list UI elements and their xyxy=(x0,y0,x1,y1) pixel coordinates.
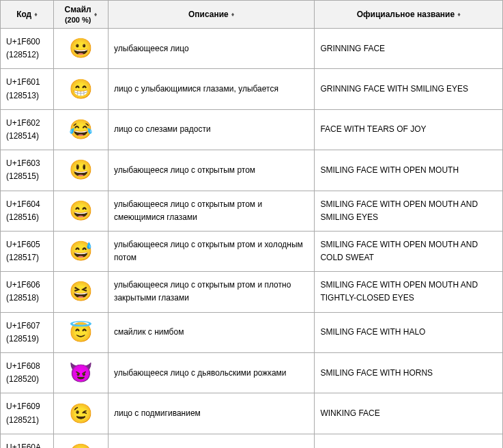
emoji-cell: 😃 xyxy=(53,150,108,191)
emoji-cell: 😄 xyxy=(53,191,108,231)
code-decimal: (128517) xyxy=(6,253,39,262)
code-hex: U+1F606 xyxy=(6,280,40,290)
emoji-cell: 😊 xyxy=(53,434,108,448)
header-description-label: Описание xyxy=(188,10,229,19)
code-cell: U+1F605(128517) xyxy=(1,231,54,271)
table-row: U+1F609(128521)😉лицо с подмигиваниемWINK… xyxy=(1,393,503,434)
code-decimal: (128519) xyxy=(6,334,39,344)
code-hex: U+1F600 xyxy=(6,37,40,46)
code-decimal: (128512) xyxy=(6,50,39,59)
official-cell: SMILING FACE WITH OPEN MOUTH xyxy=(315,150,503,191)
header-row: Код ♦ Смайл (200 %) ♦ Описание ♦ xyxy=(1,1,503,29)
description-cell: улыбающееся лицо с открытым ртом и плотн… xyxy=(108,272,314,312)
emoji-cell: 😀 xyxy=(53,29,108,69)
official-cell: SMILING FACE WITH HALO xyxy=(315,312,503,352)
code-cell: U+1F609(128521) xyxy=(1,393,54,434)
code-decimal: (128515) xyxy=(6,171,39,181)
code-hex: U+1F603 xyxy=(6,158,40,168)
header-emoji-label: Смайл xyxy=(65,5,91,14)
table-row: U+1F607(128519)😇смайлик с нимбомSMILING … xyxy=(1,312,503,352)
header-emoji[interactable]: Смайл (200 %) ♦ xyxy=(53,1,108,29)
code-cell: U+1F608(128520) xyxy=(1,353,54,393)
official-cell: GRINNING FACE WITH SMILING EYES xyxy=(315,69,503,109)
code-hex: U+1F609 xyxy=(6,402,40,411)
emoji-table: Код ♦ Смайл (200 %) ♦ Описание ♦ xyxy=(0,0,503,448)
code-hex: U+1F60A xyxy=(6,443,41,448)
table-row: U+1F603(128515)😃улыбающееся лицо с откры… xyxy=(1,150,503,191)
code-cell: U+1F607(128519) xyxy=(1,312,54,352)
header-code[interactable]: Код ♦ xyxy=(1,1,54,29)
code-decimal: (128520) xyxy=(6,374,39,384)
code-cell: U+1F60A(128522) xyxy=(1,434,54,448)
code-cell: U+1F600(128512) xyxy=(1,29,54,69)
code-cell: U+1F604(128516) xyxy=(1,191,54,231)
code-hex: U+1F608 xyxy=(6,361,40,371)
description-cell: лицо с подмигиванием xyxy=(108,393,314,434)
emoji-cell: 😂 xyxy=(53,109,108,150)
table-row: U+1F606(128518)😆улыбающееся лицо с откры… xyxy=(1,272,503,312)
header-official-label: Официальное название xyxy=(357,10,455,19)
emoji-cell: 😅 xyxy=(53,231,108,271)
code-decimal: (128513) xyxy=(6,91,39,100)
official-cell: WINKING FACE xyxy=(315,393,503,434)
sort-icon: ♦ xyxy=(94,12,98,18)
code-hex: U+1F601 xyxy=(6,77,40,87)
sort-icon: ♦ xyxy=(231,12,235,18)
official-cell: GRINNING FACE xyxy=(315,29,503,69)
description-cell: улыбающееся лицо с улыбающимися глазами xyxy=(108,434,314,448)
official-cell: SMILING FACE WITH OPEN MOUTH AND COLD SW… xyxy=(315,231,503,271)
code-decimal: (128518) xyxy=(6,293,39,303)
code-hex: U+1F605 xyxy=(6,240,40,249)
table-row: U+1F60A(128522)😊улыбающееся лицо с улыба… xyxy=(1,434,503,448)
header-emoji-sub: (200 %) xyxy=(65,16,91,24)
code-decimal: (128516) xyxy=(6,212,39,222)
code-hex: U+1F607 xyxy=(6,321,40,331)
official-cell: SMILING FACE WITH OPEN MOUTH AND TIGHTLY… xyxy=(315,272,503,312)
header-code-label: Код xyxy=(16,10,31,19)
table-row: U+1F605(128517)😅улыбающееся лицо с откры… xyxy=(1,231,503,271)
description-cell: смайлик с нимбом xyxy=(108,312,314,352)
table-row: U+1F602(128514)😂лицо со слезами радостиF… xyxy=(1,109,503,150)
header-official[interactable]: Официальное название ♦ xyxy=(315,1,503,29)
description-cell: лицо с улыбающимися глазами, улыбается xyxy=(108,69,314,109)
code-cell: U+1F603(128515) xyxy=(1,150,54,191)
code-hex: U+1F604 xyxy=(6,199,40,209)
code-cell: U+1F601(128513) xyxy=(1,69,54,109)
table-row: U+1F608(128520)😈улыбающееся лицо с дьяво… xyxy=(1,353,503,393)
emoji-cell: 😆 xyxy=(53,272,108,312)
table-row: U+1F600(128512)😀улыбающееся лицоGRINNING… xyxy=(1,29,503,69)
description-cell: улыбающееся лицо xyxy=(108,29,314,69)
emoji-cell: 😁 xyxy=(53,69,108,109)
official-cell: FACE WITH TEARS OF JOY xyxy=(315,109,503,150)
description-cell: улыбающееся лицо с открытым ртом и смеющ… xyxy=(108,191,314,231)
description-cell: улыбающееся лицо с открытым ртом и холод… xyxy=(108,231,314,271)
official-cell: SMILING FACE WITH OPEN MOUTH AND SMILING… xyxy=(315,191,503,231)
code-decimal: (128521) xyxy=(6,415,39,425)
description-cell: лицо со слезами радости xyxy=(108,109,314,150)
code-cell: U+1F606(128518) xyxy=(1,272,54,312)
sort-icon: ♦ xyxy=(457,12,461,18)
code-decimal: (128514) xyxy=(6,131,39,141)
emoji-cell: 😈 xyxy=(53,353,108,393)
table-row: U+1F604(128516)😄улыбающееся лицо с откры… xyxy=(1,191,503,231)
sort-icon: ♦ xyxy=(34,12,38,18)
emoji-cell: 😇 xyxy=(53,312,108,352)
table-row: U+1F601(128513)😁лицо с улыбающимися глаз… xyxy=(1,69,503,109)
official-cell: SMILING FACE WITH HORNS xyxy=(315,353,503,393)
official-cell: SMILING FACE WITH SMILING EYES xyxy=(315,434,503,448)
code-cell: U+1F602(128514) xyxy=(1,109,54,150)
code-hex: U+1F602 xyxy=(6,118,40,128)
emoji-cell: 😉 xyxy=(53,393,108,434)
description-cell: улыбающееся лицо с дьявольскими рожками xyxy=(108,353,314,393)
header-description[interactable]: Описание ♦ xyxy=(108,1,314,29)
description-cell: улыбающееся лицо с открытым ртом xyxy=(108,150,314,191)
